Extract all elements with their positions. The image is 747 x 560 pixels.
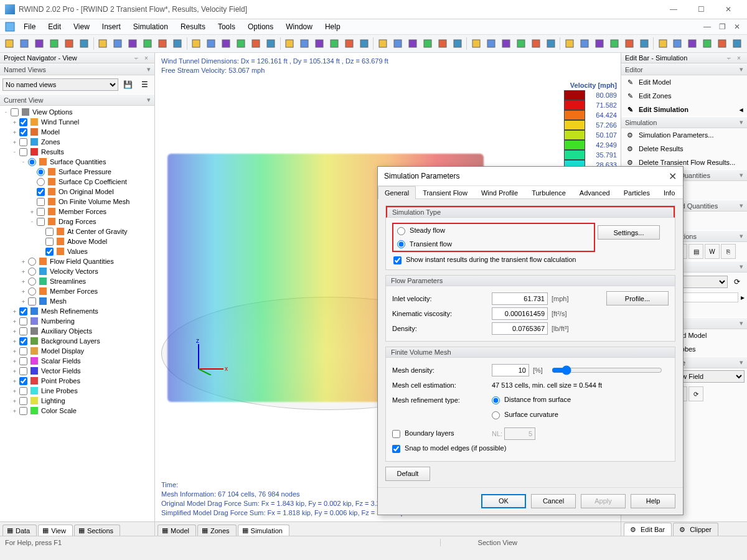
navigator-tab-sections[interactable]: ▦Sections [74, 525, 120, 536]
steady-flow-radio[interactable]: Steady flow [397, 226, 445, 234]
toolbar-button-46[interactable] [715, 36, 730, 51]
toolbar-button-29[interactable] [450, 36, 464, 51]
maximize-button[interactable]: ☐ [687, 1, 715, 18]
tree-node-numbering[interactable]: +Numbering [0, 316, 154, 326]
toolbar-button-38[interactable] [592, 36, 606, 51]
toolbar-button-8[interactable] [126, 36, 140, 51]
views-list-icon[interactable]: ☰ [137, 77, 152, 92]
save-view-icon[interactable]: 💾 [120, 77, 135, 92]
panel-close-icon[interactable]: × [735, 54, 743, 62]
pin-icon[interactable]: ⫟ [132, 54, 141, 62]
mdi-close-button[interactable]: ✕ [730, 21, 745, 32]
right-tab-edit-bar[interactable]: ⚙Edit Bar [624, 523, 672, 536]
viewport-canvas[interactable]: Velocity [mph] 80.08971.58264.42457.2665… [155, 79, 621, 477]
refinement-curvature-radio[interactable]: Surface curvature [492, 411, 591, 419]
tree-node-zones[interactable]: +Zones [0, 137, 154, 147]
pin-icon[interactable]: ⫟ [725, 54, 733, 62]
toolbar-button-40[interactable] [622, 36, 636, 51]
toolbar-button-20[interactable] [312, 36, 327, 51]
toolbar-button-12[interactable] [189, 36, 204, 51]
tree-node-above-model[interactable]: Above Model [0, 236, 154, 246]
toolbar-button-47[interactable] [730, 36, 745, 51]
toolbar-button-43[interactable] [670, 36, 685, 51]
tree-node-member-forces[interactable]: +Member Forces [0, 286, 154, 296]
toolbar-button-7[interactable] [111, 36, 125, 51]
toolbar-button-32[interactable] [499, 36, 513, 51]
editor-item-edit-zones[interactable]: ✎Edit Zones [621, 89, 747, 103]
tree-node-background-layers[interactable]: +Background Layers [0, 336, 154, 346]
toolbar-button-35[interactable] [543, 36, 558, 51]
dialog-tab-transient-flow[interactable]: Transient Flow [416, 186, 474, 199]
toolbar-button-9[interactable] [141, 36, 155, 51]
dialog-tab-wind-profile[interactable]: Wind Profile [474, 186, 525, 199]
ok-button[interactable]: OK [481, 494, 526, 508]
refinement-distance-radio[interactable]: Distance from surface [492, 396, 591, 404]
time-layer-refresh-icon[interactable]: ⟳ [730, 274, 745, 289]
toolbar-button-23[interactable] [357, 36, 372, 51]
probe-button-4[interactable]: ⟳ [688, 386, 703, 401]
menu-results[interactable]: Results [174, 21, 212, 32]
viewport-tab-simulation[interactable]: ▦Simulation [238, 525, 289, 536]
tree-node-line-probes[interactable]: +Line Probes [0, 386, 154, 396]
tree-node-values[interactable]: Values [0, 246, 154, 256]
toolbar-button-6[interactable] [96, 36, 110, 51]
profile-button[interactable]: Profile... [606, 291, 669, 306]
toolbar-button-39[interactable] [607, 36, 621, 51]
tree-node-auxiliary-objects[interactable]: +Auxiliary Objects [0, 326, 154, 336]
tree-node-drag-forces[interactable]: -Drag Forces [0, 217, 154, 226]
mesh-density-input[interactable] [492, 364, 529, 376]
dialog-tab-turbulence[interactable]: Turbulence [525, 186, 573, 199]
time-scroll-right[interactable]: ▸ [741, 293, 745, 302]
tree-node-model[interactable]: +Model [0, 127, 154, 137]
help-button[interactable]: Help [631, 494, 675, 508]
toolbar-button-17[interactable] [264, 36, 278, 51]
tree-node-lighting[interactable]: +Lighting [0, 396, 154, 406]
toolbar-button-36[interactable] [562, 36, 576, 51]
transient-flow-radio[interactable]: Transient flow [397, 240, 452, 248]
tree-node-surface-pressure[interactable]: Surface Pressure [0, 167, 154, 177]
menu-simulation[interactable]: Simulation [127, 21, 174, 32]
tree-node-surface-cp-coefficient[interactable]: Surface Cp Coefficient [0, 177, 154, 187]
toolbar-button-11[interactable] [171, 36, 185, 51]
menu-insert[interactable]: Insert [96, 21, 127, 32]
other-option-5[interactable]: W [705, 244, 720, 259]
tree-node-member-forces[interactable]: +Member Forces [0, 207, 154, 217]
menu-help[interactable]: Help [319, 21, 347, 32]
cancel-button[interactable]: Cancel [531, 494, 576, 508]
simtype-settings-button[interactable]: Settings... [598, 225, 660, 240]
toolbar-button-2[interactable] [32, 36, 47, 51]
mdi-minimize-button[interactable]: — [700, 21, 715, 32]
toolbar-button-44[interactable] [685, 36, 700, 51]
close-button[interactable]: ✕ [715, 1, 742, 18]
menu-tools[interactable]: Tools [212, 21, 242, 32]
mesh-density-slider[interactable] [552, 365, 662, 375]
panel-close-icon[interactable]: × [142, 54, 151, 62]
toolbar-button-18[interactable] [283, 36, 297, 51]
tree-node-streamlines[interactable]: +Streamlines [0, 276, 154, 286]
kinematic-viscosity-input[interactable] [492, 307, 548, 320]
tree-node-at-center-of-gravity[interactable]: At Center of Gravity [0, 226, 154, 236]
editor-item-edit-model[interactable]: ✎Edit Model [621, 75, 747, 89]
sim-item-delete-results[interactable]: ⚙Delete Results [621, 142, 747, 156]
dialog-tab-particles[interactable]: Particles [617, 186, 657, 199]
toolbar-button-19[interactable] [298, 36, 312, 51]
toolbar-button-16[interactable] [249, 36, 263, 51]
minimize-button[interactable]: — [660, 1, 687, 18]
other-option-6[interactable]: ⎘ [721, 244, 736, 259]
toolbar-button-10[interactable] [156, 36, 170, 51]
toolbar-button-41[interactable] [637, 36, 651, 51]
toolbar-button-1[interactable] [17, 36, 32, 51]
view-options-tree[interactable]: -View Options+Wind Tunnel+Model+Zones-Re… [0, 106, 154, 521]
editor-item-edit-simulation[interactable]: ✎Edit Simulation◂ [621, 103, 747, 116]
tree-node-on-finite-volume-mesh[interactable]: On Finite Volume Mesh [0, 197, 154, 207]
toolbar-button-28[interactable] [435, 36, 449, 51]
dialog-close-icon[interactable]: ✕ [669, 170, 677, 182]
default-button[interactable]: Default [385, 467, 430, 481]
toolbar-button-31[interactable] [484, 36, 498, 51]
density-input[interactable] [492, 322, 548, 335]
toolbar-button-37[interactable] [577, 36, 591, 51]
tree-node-results[interactable]: -Results [0, 147, 154, 157]
toolbar-button-14[interactable] [219, 36, 233, 51]
show-instant-results-checkbox[interactable]: Show instant results during the transien… [393, 256, 576, 263]
named-views-select[interactable]: No named views [2, 78, 118, 91]
